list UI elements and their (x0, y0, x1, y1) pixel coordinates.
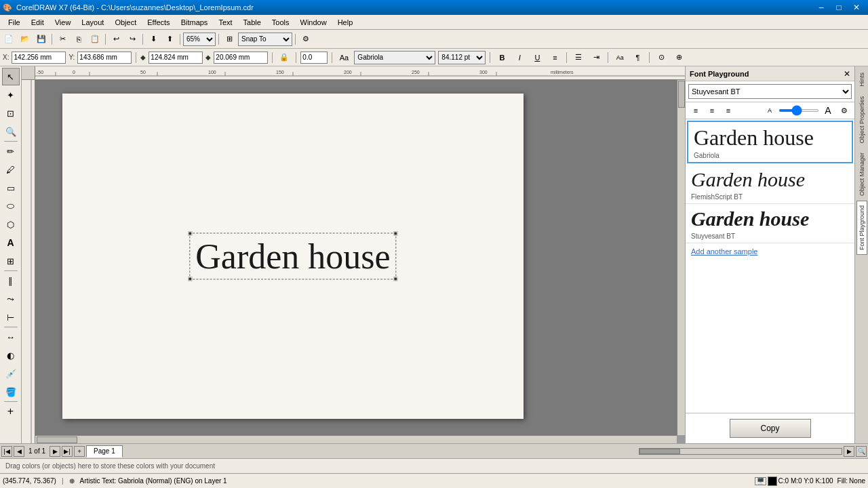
menu-tools[interactable]: Tools (267, 17, 295, 28)
handle-br[interactable] (394, 277, 398, 281)
options-btn[interactable]: ⚙ (298, 33, 313, 46)
font-picker-btn[interactable]: Aa (336, 51, 351, 64)
tab-object-manager[interactable]: Object Manager (856, 148, 867, 201)
save-btn[interactable]: 💾 (34, 33, 49, 46)
fp-sample-2[interactable]: Garden house FlemishScript BT (686, 165, 854, 204)
import-btn[interactable]: ⬇ (146, 33, 161, 46)
handle-tr[interactable] (394, 232, 398, 236)
align-btn[interactable]: ≡ (547, 51, 562, 64)
text-object[interactable]: Garden house (189, 233, 396, 280)
fp-align-center[interactable]: ≡ (705, 104, 719, 117)
freehand-tool[interactable]: ✏ (2, 142, 20, 160)
bold-btn[interactable]: B (494, 51, 509, 64)
last-page-btn[interactable]: ▶| (62, 446, 73, 457)
zoom-canvas-btn[interactable]: 🔍 (856, 446, 867, 457)
zoom-select[interactable]: 65% 100% 150% (183, 33, 216, 46)
menu-bitmaps[interactable]: Bitmaps (176, 17, 214, 28)
paste-btn[interactable]: 📋 (87, 33, 102, 46)
tab-object-properties[interactable]: Object Properties (856, 92, 867, 148)
redo-btn[interactable]: ↪ (125, 33, 140, 46)
smart-fill-tool[interactable]: 🪣 (2, 383, 20, 401)
plus-btn[interactable]: + (2, 403, 20, 420)
copy-btn[interactable]: ⎘ (71, 33, 86, 46)
para-btn[interactable]: ¶ (630, 51, 645, 64)
fp-font-dropdown[interactable]: Stuyvesant BT (688, 84, 852, 99)
fp-align-left[interactable]: ≡ (688, 104, 703, 117)
y-input[interactable] (77, 52, 132, 64)
angle-input[interactable] (300, 52, 328, 64)
fp-close-btn[interactable]: ✕ (844, 69, 850, 79)
width-input[interactable] (149, 52, 203, 64)
cut-btn[interactable]: ✂ (55, 33, 70, 46)
open-btn[interactable]: 📂 (18, 33, 33, 46)
text-tool[interactable]: A (2, 234, 20, 251)
handle-tl[interactable] (188, 232, 192, 236)
vertical-scrollbar[interactable] (677, 80, 685, 435)
smart-tool[interactable]: 🖊 (2, 161, 20, 178)
menu-file[interactable]: File (3, 17, 26, 28)
next-page-btn[interactable]: ▶ (50, 446, 60, 457)
fp-size-slider[interactable] (778, 109, 819, 112)
menu-help[interactable]: Help (332, 17, 359, 28)
menu-layout[interactable]: Layout (76, 17, 109, 28)
char-btn[interactable]: Aa (612, 51, 627, 64)
menu-window[interactable]: Window (295, 17, 332, 28)
fp-font-size-large[interactable]: A (821, 104, 835, 117)
scroll-right-btn[interactable]: ▶ (844, 446, 854, 457)
parallel-tool[interactable]: ∥ (2, 272, 20, 289)
menu-object[interactable]: Object (109, 17, 142, 28)
doc-scrollbar[interactable] (639, 448, 842, 455)
add-page-btn[interactable]: + (74, 446, 85, 457)
zoom-tool[interactable]: 🔍 (2, 123, 20, 140)
first-page-btn[interactable]: |◀ (1, 446, 12, 457)
minimize-button[interactable]: – (812, 0, 830, 15)
new-btn[interactable]: 📄 (1, 33, 16, 46)
tab-font-playground[interactable]: Font Playground (856, 201, 867, 255)
connector-tool[interactable]: ⤳ (2, 290, 20, 308)
menu-text[interactable]: Text (213, 17, 237, 28)
doc-scroll-thumb[interactable] (639, 449, 680, 454)
maximize-button[interactable]: □ (830, 0, 848, 15)
node-tool[interactable]: ✦ (2, 86, 20, 104)
rect-tool[interactable]: ▭ (2, 179, 20, 197)
lock-aspect-btn[interactable]: 🔒 (277, 51, 292, 64)
x-input[interactable] (12, 52, 66, 64)
menu-edit[interactable]: Edit (26, 17, 50, 28)
height-input[interactable] (214, 52, 268, 64)
horizontal-scrollbar[interactable] (35, 435, 677, 443)
menu-table[interactable]: Table (238, 17, 267, 28)
select-tool[interactable]: ↖ (2, 68, 20, 85)
fill-color-swatch[interactable] (768, 476, 777, 486)
fp-add-sample-btn[interactable]: Add another sample (686, 243, 854, 260)
undo-btn[interactable]: ↩ (108, 33, 123, 46)
table-tool[interactable]: ⊞ (2, 252, 20, 270)
bullet-btn[interactable]: ☰ (571, 51, 586, 64)
page-1-tab[interactable]: Page 1 (86, 445, 123, 458)
titlebar-controls[interactable]: – □ ✕ (812, 0, 865, 15)
crop-tool[interactable]: ⊡ (2, 104, 20, 122)
tab-hints[interactable]: Hints (856, 68, 867, 92)
interactive-tool[interactable]: ↔ (2, 328, 20, 346)
italic-btn[interactable]: I (512, 51, 527, 64)
add-btn[interactable]: ⊕ (671, 51, 686, 64)
fp-font-size-small[interactable]: A (762, 104, 777, 117)
prev-page-btn[interactable]: ◀ (14, 446, 24, 457)
polygon-tool[interactable]: ⬡ (2, 216, 20, 233)
fp-sample-3[interactable]: Garden house Stuyvesant BT (686, 204, 854, 243)
fp-settings[interactable]: ⚙ (837, 104, 852, 117)
menu-view[interactable]: View (50, 17, 77, 28)
font-select[interactable]: Gabriola (354, 51, 435, 64)
close-button[interactable]: ✕ (848, 0, 865, 15)
transparency-tool[interactable]: ◐ (2, 346, 20, 364)
font-size-select[interactable]: 84.112 pt (438, 51, 486, 64)
export-btn[interactable]: ⬆ (162, 33, 177, 46)
snap-btn[interactable]: ⊞ (222, 33, 237, 46)
handle-bl[interactable] (188, 277, 192, 281)
fp-align-right[interactable]: ≡ (721, 104, 736, 117)
fp-sample-1[interactable]: Garden house Gabriola (687, 121, 853, 163)
underline-btn[interactable]: U (530, 51, 545, 64)
indent-btn[interactable]: ⇥ (589, 51, 604, 64)
snap-select[interactable]: Snap To (238, 33, 292, 46)
measure-tool[interactable]: ⊢ (2, 308, 20, 326)
menu-effects[interactable]: Effects (142, 17, 175, 28)
